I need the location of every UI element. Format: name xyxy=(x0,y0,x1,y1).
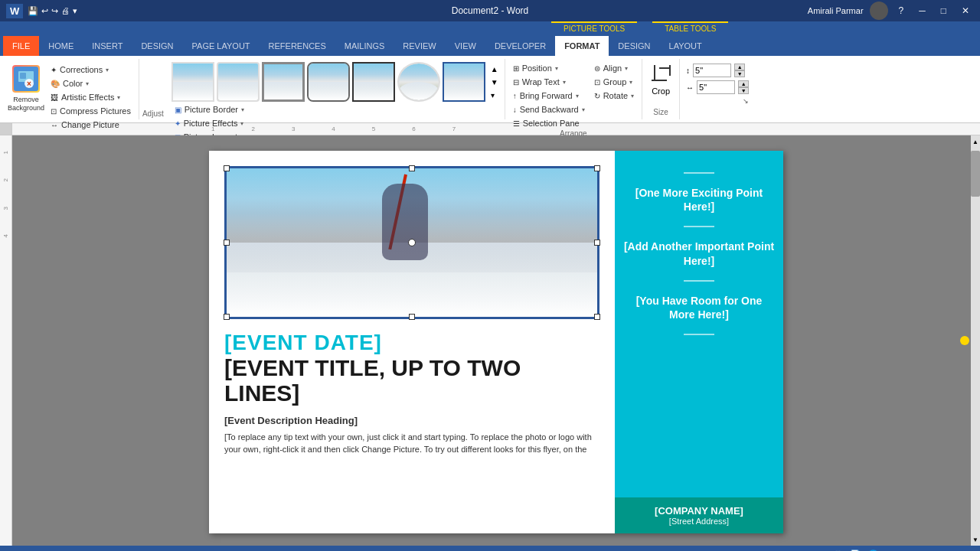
tab-home[interactable]: HOME xyxy=(39,36,83,56)
styles-more[interactable]: ▾ xyxy=(489,90,500,101)
tab-format[interactable]: FORMAT xyxy=(555,36,609,56)
color-button[interactable]: 🎨 Color ▾ xyxy=(47,77,134,90)
tab-page-layout[interactable]: PAGE LAYOUT xyxy=(183,36,260,56)
group-button[interactable]: ⊡ Group ▾ xyxy=(591,76,637,88)
event-description[interactable]: [To replace any tip text with your own, … xyxy=(224,431,599,456)
compress-pictures-button[interactable]: ⊡ Compress Pictures xyxy=(47,105,134,117)
tab-layout[interactable]: LAYOUT xyxy=(660,36,711,56)
handle-middle-left[interactable] xyxy=(224,240,230,246)
width-spinner: ▲ ▼ xyxy=(738,80,749,94)
handle-middle-right[interactable] xyxy=(594,240,600,246)
document-title: Document2 - Word xyxy=(452,5,528,16)
event-description-heading[interactable]: [Event Description Heading] xyxy=(224,415,599,426)
rotation-handle[interactable] xyxy=(408,239,416,246)
width-input[interactable] xyxy=(697,80,735,94)
style-thumb-3[interactable] xyxy=(262,62,305,102)
wrap-text-button[interactable]: ⊟ Wrap Text ▾ xyxy=(510,76,588,88)
horizontal-ruler: 1234567 xyxy=(0,123,980,135)
crop-label: Crop xyxy=(652,86,670,96)
event-date[interactable]: [EVENT DATE] xyxy=(224,331,599,355)
style-thumb-4[interactable] xyxy=(307,62,350,102)
print-icon[interactable]: 🖨 xyxy=(61,6,70,15)
scroll-cursor xyxy=(960,336,969,345)
tab-references[interactable]: REFERENCES xyxy=(260,36,335,56)
size-label: Size xyxy=(653,108,668,116)
adjust-label: Adjust xyxy=(139,109,167,119)
right-point-3[interactable]: [You Have Room for One More Here!] xyxy=(622,288,776,328)
right-point-1[interactable]: [One More Exciting Point Here!] xyxy=(622,180,776,220)
right-point-2[interactable]: [Add Another Important Point Here!] xyxy=(622,233,776,273)
rotate-button[interactable]: ↻ Rotate ▾ xyxy=(591,90,637,102)
wrap-dropdown-icon[interactable]: ▾ xyxy=(563,79,566,86)
event-title[interactable]: [EVENT TITLE, UP TO TWO LINES] xyxy=(224,355,599,406)
rotate-dropdown-icon[interactable]: ▾ xyxy=(631,93,634,99)
artistic-effects-dropdown-icon[interactable]: ▾ xyxy=(117,94,120,101)
send-backward-button[interactable]: ↓ Send Backward ▾ xyxy=(510,103,588,116)
align-button[interactable]: ⊜ Align ▾ xyxy=(591,62,637,74)
style-thumb-6[interactable] xyxy=(397,62,440,102)
handle-bottom-left[interactable] xyxy=(224,314,230,320)
bring-dropdown-icon[interactable]: ▾ xyxy=(576,93,579,99)
corrections-button[interactable]: ✦ Corrections ▾ xyxy=(47,64,134,76)
send-dropdown-icon[interactable]: ▾ xyxy=(582,106,585,113)
corrections-dropdown-icon[interactable]: ▾ xyxy=(106,67,109,73)
picture-styles-group: ▲ ▼ ▾ ▣ Picture Border ▾ ✦ Picture Effec… xyxy=(167,59,505,119)
tab-insert[interactable]: INSERT xyxy=(83,36,132,56)
border-dropdown-icon[interactable]: ▾ xyxy=(241,106,244,113)
help-button[interactable]: ? xyxy=(894,4,909,18)
company-address[interactable]: [Street Address] xyxy=(622,517,776,526)
vertical-scrollbar[interactable]: ▲ ▼ xyxy=(971,135,980,546)
height-spin-up[interactable]: ▲ xyxy=(734,64,745,70)
quick-access-toolbar: 💾 ↩ ↪ 🖨 ▾ xyxy=(28,6,77,16)
group-dropdown-icon[interactable]: ▾ xyxy=(629,79,632,86)
position-button[interactable]: ⊞ Position ▾ xyxy=(510,62,588,74)
handle-bottom-right[interactable] xyxy=(594,314,600,320)
restore-button[interactable]: □ xyxy=(936,4,951,18)
tab-developer[interactable]: DEVELOPER xyxy=(485,36,555,56)
tab-mailings[interactable]: MAILINGS xyxy=(335,36,394,56)
customize-icon[interactable]: ▾ xyxy=(73,6,77,16)
tab-view[interactable]: VIEW xyxy=(446,36,485,56)
handle-top-left[interactable] xyxy=(224,165,230,171)
company-name[interactable]: [COMPANY NAME] xyxy=(622,505,776,517)
handle-bottom-middle[interactable] xyxy=(409,314,415,320)
width-spin-down[interactable]: ▼ xyxy=(738,87,749,94)
color-dropdown-icon[interactable]: ▾ xyxy=(86,80,89,87)
tab-file[interactable]: FILE xyxy=(3,36,39,56)
size-expand-icon[interactable]: ↘ xyxy=(686,97,749,105)
handle-top-right[interactable] xyxy=(594,165,600,171)
crop-group: Crop Size xyxy=(642,59,680,119)
svg-rect-2 xyxy=(20,73,26,79)
remove-background-button[interactable]: × Remove Background xyxy=(5,62,47,116)
width-input-row: ↔ ▲ ▼ xyxy=(686,80,749,94)
position-dropdown-icon[interactable]: ▾ xyxy=(555,65,558,72)
scroll-down-button[interactable]: ▼ xyxy=(971,533,980,546)
height-input[interactable] xyxy=(693,64,731,77)
document-image[interactable] xyxy=(224,166,599,319)
minimize-button[interactable]: ─ xyxy=(914,4,930,18)
crop-button[interactable]: Crop xyxy=(648,62,673,96)
align-dropdown-icon[interactable]: ▾ xyxy=(625,65,628,72)
styles-scroll-down[interactable]: ▼ xyxy=(489,77,500,88)
style-thumb-2[interactable] xyxy=(217,62,260,102)
save-icon[interactable]: 💾 xyxy=(28,6,38,16)
tab-design2[interactable]: DESIGN xyxy=(609,36,659,56)
scrollbar-thumb[interactable] xyxy=(971,151,980,197)
artistic-effects-button[interactable]: 🖼 Artistic Effects ▾ xyxy=(47,91,134,103)
undo-icon[interactable]: ↩ xyxy=(41,6,48,16)
bring-forward-button[interactable]: ↑ Bring Forward ▾ xyxy=(510,90,588,102)
width-spin-up[interactable]: ▲ xyxy=(738,80,749,87)
tab-design[interactable]: DESIGN xyxy=(132,36,182,56)
styles-scroll-up[interactable]: ▲ xyxy=(489,64,500,75)
style-thumb-1[interactable] xyxy=(172,62,214,102)
adjust-group: × Remove Background ✦ Corrections ▾ 🎨 Co… xyxy=(0,59,139,119)
picture-border-button[interactable]: ▣ Picture Border ▾ xyxy=(172,103,500,116)
height-spin-down[interactable]: ▼ xyxy=(734,70,745,77)
redo-icon[interactable]: ↪ xyxy=(51,6,58,16)
style-thumb-7[interactable] xyxy=(443,62,485,102)
tab-review[interactable]: REVIEW xyxy=(394,36,445,56)
handle-top-middle[interactable] xyxy=(409,165,415,171)
scroll-up-button[interactable]: ▲ xyxy=(971,135,980,148)
style-thumb-5[interactable] xyxy=(352,62,395,102)
close-button[interactable]: ✕ xyxy=(957,4,974,18)
